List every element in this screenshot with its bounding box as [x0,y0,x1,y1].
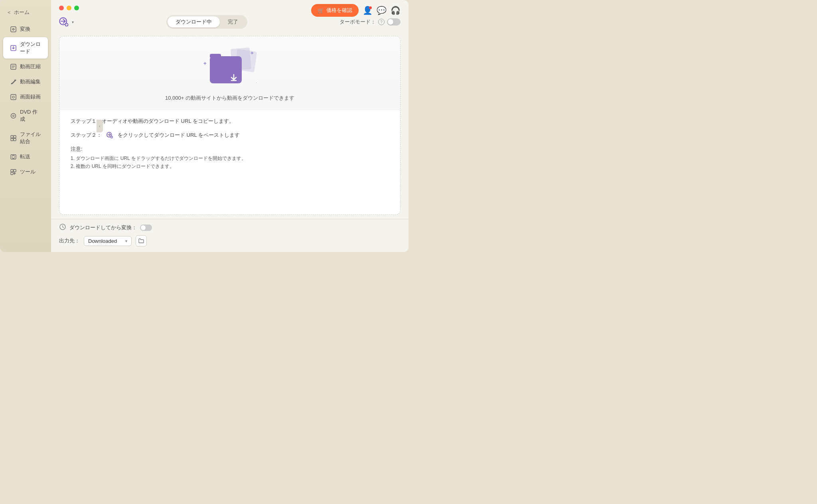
output-select[interactable]: Downloaded ▾ [84,236,132,246]
convert-label: ダウンロードしてから変換： [69,224,137,231]
download-icon [10,44,17,51]
chat-button[interactable]: 💬 [377,6,387,15]
sparkle-2: ✦ [250,50,255,56]
step2-text: ステップ２： をクリック [71,131,389,140]
price-icon: 🛒 [318,8,324,14]
svg-point-1 [12,28,14,30]
help-button[interactable]: 🎧 [391,6,401,15]
transfer-icon [10,153,17,160]
traffic-lights [59,6,79,10]
dvd-label: DVD 作成 [20,108,41,123]
step2-logo [105,131,114,140]
record-icon [10,93,17,100]
sidebar-item-compress[interactable]: 動画圧縮 [3,59,48,74]
illustration-text: 10,000+ の動画サイトから動画をダウンロードできます [165,94,294,102]
step1-text: ステップ１：オーディオや動画のダウンロード URL をコピーします。 [71,117,389,125]
svg-rect-0 [11,27,16,32]
fullscreen-button[interactable] [74,6,79,10]
output-chevron: ▾ [125,239,127,243]
transfer-label: 転送 [20,153,30,160]
download-label: ダウンロード [20,41,41,55]
home-arrow: ＜ [6,9,12,16]
main-content: 🛒 価格を確認 👤 💬 🎧 [51,0,408,252]
svg-point-7 [12,115,14,116]
download-card: ✦ ✦ · 10,000+ の動画サイトから動画をダウンロードできます ステップ… [59,36,401,215]
sidebar-item-convert[interactable]: 変換 [3,22,48,36]
price-button[interactable]: 🛒 価格を確認 [311,4,359,17]
sidebar: ＜ ホーム 変換 ダウンロード [0,0,51,252]
output-value: Downloaded [88,238,117,244]
sidebar-item-edit[interactable]: 動画編集 [3,75,48,89]
notification-dot [369,6,372,9]
sidebar-collapse-button[interactable]: ‹ [97,120,103,132]
svg-rect-10 [11,138,13,141]
turbo-mode-section: ターボモード： ? [339,18,401,26]
output-row: 出力先： Downloaded ▾ [59,235,401,246]
sparkle-1: ✦ [203,60,207,67]
topbar-left: ▾ [57,16,74,28]
folder-download-icon [218,64,250,91]
note1-text: 1. ダウンロード画面に URL をドラッグするだけでダウンロードを開始できます… [71,154,389,162]
tab-done[interactable]: 完了 [220,16,246,28]
add-url-button[interactable]: ▾ [57,16,74,28]
clock-icon [59,223,66,232]
svg-rect-11 [14,138,16,141]
svg-rect-15 [11,172,13,175]
edit-label: 動画編集 [20,78,41,85]
svg-rect-14 [14,169,16,172]
dvd-icon [10,112,17,119]
tab-downloading[interactable]: ダウンロード中 [168,16,220,28]
turbo-label: ターボモード： [339,18,376,26]
record-label: 画面録画 [20,93,41,100]
svg-rect-9 [14,136,16,138]
svg-rect-4 [11,94,16,100]
sparkle-3: · [256,81,257,85]
close-button[interactable] [59,6,64,10]
note-section: 注意: 1. ダウンロード画面に URL をドラッグするだけでダウンロードを開始… [71,145,389,171]
note2-text: 2. 複数の URL を同時にダウンロードできます。 [71,162,389,170]
open-folder-button[interactable] [136,235,147,246]
sidebar-item-transfer[interactable]: 転送 [3,150,48,164]
minimize-button[interactable] [67,6,71,10]
folder-illustration: ✦ ✦ · [202,48,258,88]
convert-icon [10,26,17,33]
svg-rect-8 [11,136,13,138]
compress-icon [10,63,17,70]
turbo-help-icon[interactable]: ? [378,19,385,25]
add-url-logo [57,16,70,28]
sidebar-home[interactable]: ＜ ホーム [0,6,51,22]
note-title: 注意: [71,145,389,154]
instructions: ステップ１：オーディオや動画のダウンロード URL をコピーします。 ステップ２… [59,110,400,215]
sidebar-item-record[interactable]: 画面録画 [3,90,48,104]
sidebar-item-merge[interactable]: ファイル結合 [3,127,48,149]
svg-point-6 [11,113,16,118]
convert-toggle[interactable] [140,224,152,231]
user-button[interactable]: 👤 [363,6,373,15]
merge-icon [10,134,17,142]
add-url-chevron: ▾ [72,20,74,24]
svg-rect-13 [11,169,13,172]
edit-icon [10,78,17,85]
merge-label: ファイル結合 [20,131,41,145]
sidebar-item-tools[interactable]: ツール [3,165,48,179]
output-label: 出力先： [59,237,80,244]
content-area: ✦ ✦ · 10,000+ の動画サイトから動画をダウンロードできます ステップ… [51,32,408,219]
tools-icon [10,168,17,175]
tab-group: ダウンロード中 完了 [166,15,247,29]
sidebar-item-download[interactable]: ダウンロード [3,37,48,59]
illustration-area: ✦ ✦ · 10,000+ の動画サイトから動画をダウンロードできます [59,36,400,110]
convert-row: ダウンロードしてから変換： [59,223,401,232]
turbo-toggle[interactable] [387,18,401,26]
toggle-knob [388,19,393,25]
bottom-bar: ダウンロードしてから変換： 出力先： Downloaded ▾ [51,219,408,252]
convert-label: 変換 [20,26,30,33]
tools-label: ツール [20,168,36,175]
folder-body [210,56,242,83]
home-label: ホーム [14,9,30,16]
mini-toggle-knob [141,225,146,230]
sidebar-item-dvd[interactable]: DVD 作成 [3,105,48,126]
svg-point-5 [12,96,14,98]
compress-label: 動画圧縮 [20,63,41,70]
